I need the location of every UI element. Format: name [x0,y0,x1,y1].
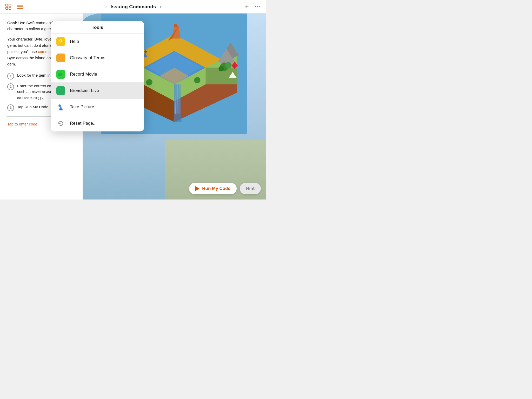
page-title: Issuing Commands [110,4,156,10]
next-arrow[interactable]: › [158,3,164,11]
tools-item-broadcast[interactable]: Broadcast Live [51,83,144,99]
tools-header: Tools [51,21,144,34]
top-bar-right: + ••• [243,3,262,11]
broadcast-label: Broadcast Live [70,88,99,93]
svg-rect-2 [6,7,8,9]
tools-item-picture[interactable]: Take Picture [51,99,144,115]
svg-rect-51 [58,73,62,76]
svg-marker-50 [62,73,64,75]
svg-marker-53 [62,90,63,92]
tools-item-glossary[interactable]: Glossary of Terms [51,50,144,66]
svg-point-54 [60,88,61,89]
list-icon[interactable] [16,3,24,11]
svg-rect-52 [58,89,62,92]
glossary-icon [56,54,65,62]
tools-item-help[interactable]: ? Help [51,34,144,50]
svg-rect-48 [59,59,61,59]
overlay-backdrop[interactable]: Tools ? Help Glossary of Terms [0,14,266,200]
record-label: Record Movie [70,72,97,77]
tools-dropdown: Tools ? Help Glossary of Terms [51,21,144,131]
picture-icon [56,103,65,111]
svg-rect-0 [6,4,8,6]
tools-item-reset[interactable]: Reset Page... [51,115,144,131]
svg-rect-46 [59,57,62,57]
top-nav-bar: ‹ Issuing Commands › + ••• [0,0,266,14]
svg-rect-47 [59,58,62,58]
help-label: Help [70,39,79,44]
tools-item-record[interactable]: Record Movie [51,66,144,83]
add-button[interactable]: + [243,3,251,11]
nav-section: ‹ Issuing Commands › [27,3,240,11]
svg-rect-1 [9,4,11,6]
record-icon [56,70,65,79]
broadcast-icon [56,86,65,95]
grid-icon[interactable] [4,3,12,11]
reset-label: Reset Page... [70,121,97,126]
prev-arrow[interactable]: ‹ [103,3,109,11]
svg-rect-3 [9,7,11,9]
more-button[interactable]: ••• [254,3,262,11]
glossary-label: Glossary of Terms [70,55,105,61]
picture-label: Take Picture [70,104,94,110]
svg-rect-55 [58,88,58,89]
reset-icon [56,119,65,128]
help-icon: ? [56,37,65,46]
